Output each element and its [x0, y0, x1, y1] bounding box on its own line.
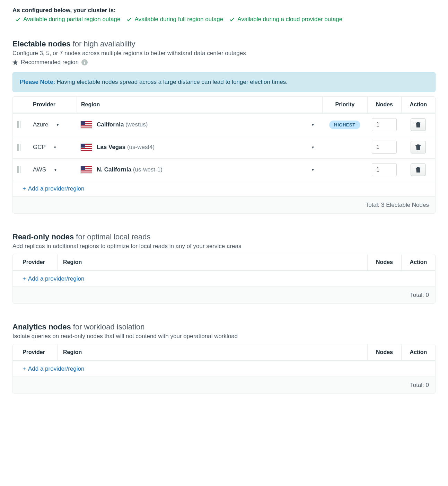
- svg-point-1: [84, 61, 85, 62]
- nodes-input[interactable]: [372, 141, 397, 154]
- col-nodes: Nodes: [367, 97, 401, 114]
- nodes-input[interactable]: [372, 118, 397, 131]
- region-code: (westus): [125, 121, 148, 128]
- priority-cell: [322, 166, 367, 174]
- priority-cell: [322, 143, 367, 151]
- electable-row: GCP ▼ Las Vegas (us-west4) ▼: [13, 136, 435, 159]
- col-region: Region: [77, 97, 322, 114]
- provider-value: GCP: [33, 144, 46, 151]
- electable-row: AWS ▼ N. California (us-west-1) ▼: [13, 159, 435, 181]
- recommended-region-label: Recommended region: [12, 59, 88, 66]
- drag-handle-icon[interactable]: [13, 162, 29, 177]
- intro-label: As configured below, your cluster is:: [12, 7, 436, 14]
- analytics-title: Analytics nodes for workload isolation: [12, 322, 436, 332]
- region-code: (us-west4): [127, 144, 155, 150]
- plus-icon: +: [23, 185, 26, 192]
- add-label: Add a provider/region: [28, 365, 85, 372]
- add-provider-region-button[interactable]: +Add a provider/region: [13, 181, 435, 197]
- analytics-desc: Isolate queries on read-only nodes that …: [12, 333, 436, 340]
- add-provider-region-button[interactable]: +Add a provider/region: [13, 361, 435, 377]
- provider-select[interactable]: Azure ▼: [29, 117, 77, 132]
- electable-note: Please Note: Having electable nodes spre…: [12, 72, 436, 92]
- plus-icon: +: [23, 365, 26, 372]
- region-name: California: [97, 121, 124, 128]
- trash-icon: [415, 144, 421, 150]
- check-icon: [15, 17, 20, 22]
- readonly-total: Total: 0: [13, 287, 435, 303]
- region-name: N. California: [97, 166, 131, 173]
- region-code: (us-west-1): [133, 166, 162, 173]
- us-flag-icon: [81, 121, 92, 128]
- availability-text: Available during a cloud provider outage: [237, 16, 342, 23]
- readonly-title-light: for optimal local reads: [74, 232, 150, 241]
- plus-icon: +: [23, 275, 26, 282]
- col-region: Region: [57, 344, 367, 361]
- nodes-input[interactable]: [372, 163, 397, 176]
- add-provider-region-button[interactable]: +Add a provider/region: [13, 271, 435, 287]
- delete-button[interactable]: [411, 118, 426, 131]
- availability-text: Available during full region outage: [134, 16, 223, 23]
- col-priority: Priority: [322, 97, 367, 114]
- electable-row: Azure ▼ California (westus) ▼ HIGHEST: [13, 114, 435, 136]
- us-flag-icon: [81, 144, 92, 151]
- analytics-total: Total: 0: [13, 377, 435, 394]
- col-region: Region: [57, 254, 367, 271]
- col-provider: Provider: [13, 344, 57, 361]
- provider-select[interactable]: GCP ▼: [29, 140, 77, 155]
- readonly-desc: Add replicas in additional regions to op…: [12, 243, 436, 250]
- us-flag-icon: [81, 166, 92, 173]
- provider-select[interactable]: AWS ▼: [29, 162, 77, 177]
- check-icon: [229, 17, 235, 22]
- delete-button[interactable]: [411, 164, 426, 176]
- region-name: Las Vegas: [97, 144, 125, 150]
- analytics-title-bold: Analytics nodes: [12, 322, 71, 331]
- trash-icon: [415, 122, 421, 128]
- electable-desc: Configure 3, 5, or 7 nodes across multip…: [12, 50, 436, 57]
- info-icon[interactable]: [81, 59, 88, 65]
- add-label: Add a provider/region: [28, 275, 85, 282]
- caret-down-icon: ▼: [53, 145, 57, 149]
- readonly-title-bold: Read-only nodes: [12, 232, 74, 241]
- electable-header: Provider Region Priority Nodes Action: [13, 97, 435, 114]
- analytics-table: Provider Region Nodes Action +Add a prov…: [12, 344, 436, 394]
- svg-rect-2: [84, 62, 85, 64]
- electable-title: Electable nodes for high availability: [12, 39, 436, 48]
- readonly-header: Provider Region Nodes Action: [13, 254, 435, 271]
- analytics-title-light: for workload isolation: [71, 322, 145, 331]
- readonly-title: Read-only nodes for optimal local reads: [12, 232, 436, 241]
- col-provider: Provider: [29, 97, 77, 114]
- drag-handle-icon[interactable]: [13, 140, 29, 155]
- col-nodes: Nodes: [367, 254, 401, 271]
- caret-down-icon: ▼: [311, 145, 315, 149]
- col-nodes: Nodes: [367, 344, 401, 361]
- region-select[interactable]: N. California (us-west-1) ▼: [77, 162, 322, 177]
- star-icon: [12, 60, 18, 65]
- caret-down-icon: ▼: [56, 123, 59, 127]
- availability-row: Available during partial region outage A…: [15, 16, 436, 23]
- priority-cell: HIGHEST: [322, 116, 367, 133]
- check-icon: [126, 17, 132, 22]
- region-select[interactable]: California (westus) ▼: [77, 117, 322, 132]
- region-select[interactable]: Las Vegas (us-west4) ▼: [77, 140, 322, 155]
- analytics-header: Provider Region Nodes Action: [13, 344, 435, 361]
- col-provider: Provider: [13, 254, 57, 271]
- electable-table: Provider Region Priority Nodes Action Az…: [12, 96, 436, 214]
- recommended-text: Recommended region: [21, 59, 79, 66]
- col-action: Action: [401, 254, 435, 271]
- trash-icon: [415, 167, 421, 173]
- note-text: Having electable nodes spread across a l…: [55, 79, 288, 85]
- provider-value: Azure: [33, 121, 48, 128]
- col-action: Action: [401, 344, 435, 361]
- note-label: Please Note:: [20, 79, 55, 85]
- electable-title-light: for high availability: [71, 39, 135, 48]
- caret-down-icon: ▼: [54, 168, 57, 172]
- drag-handle-icon[interactable]: [13, 117, 29, 132]
- availability-item-partial: Available during partial region outage: [15, 16, 120, 23]
- availability-item-cloud: Available during a cloud provider outage: [229, 16, 342, 23]
- availability-text: Available during partial region outage: [23, 16, 120, 23]
- availability-item-full: Available during full region outage: [126, 16, 223, 23]
- col-action: Action: [401, 97, 435, 114]
- electable-title-bold: Electable nodes: [12, 39, 71, 48]
- readonly-table: Provider Region Nodes Action +Add a prov…: [12, 254, 436, 304]
- delete-button[interactable]: [411, 141, 426, 153]
